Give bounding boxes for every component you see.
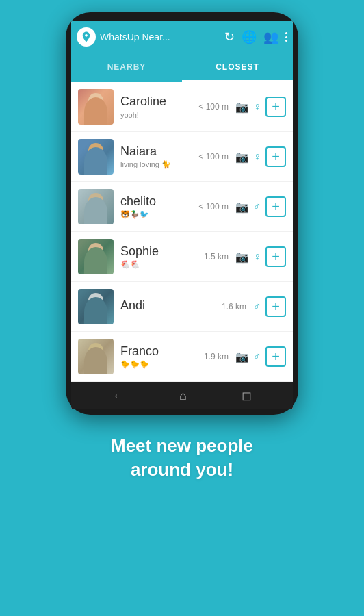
gender-male-icon: ♂ (253, 300, 261, 313)
tabs: NEARBY CLOSEST (71, 53, 293, 82)
user-info: Sophie 🐔🐔 (120, 244, 186, 270)
user-distance: < 100 m (193, 152, 229, 162)
phone-shell: WhatsUp Near... ↻ 🌐 👥 NEARBY CLOSEST (66, 12, 298, 415)
user-distance: 1.5 km (193, 252, 229, 261)
list-item[interactable]: Franco 🐤🐤🐤 1.9 km 📷 ♂ + (71, 332, 293, 382)
add-button[interactable]: + (265, 146, 286, 167)
avatar (78, 189, 114, 224)
list-item[interactable]: Andi 1.6 km ♂ + (71, 282, 293, 332)
user-name: Sophie (120, 244, 186, 259)
user-info: Andi (120, 298, 204, 315)
gender-female-icon: ♀ (253, 101, 261, 113)
add-button[interactable]: + (265, 196, 286, 217)
tab-closest[interactable]: CLOSEST (182, 53, 293, 82)
user-actions: 📷 ♀ + (235, 246, 286, 267)
recents-nav-icon[interactable]: ◻ (242, 388, 252, 403)
user-info: Caroline yooh! (120, 94, 186, 119)
user-status: yooh! (120, 111, 186, 119)
more-options-icon[interactable] (285, 32, 287, 42)
tab-nearby[interactable]: NEARBY (71, 53, 182, 82)
app-bar-icons: ↻ 🌐 👥 (224, 29, 287, 44)
camera-icon: 📷 (235, 201, 249, 214)
user-status: living loving 🐈 (120, 160, 186, 169)
user-actions: 📷 ♀ + (235, 97, 286, 117)
list-item[interactable]: chelito 🐯🦆🐦 < 100 m 📷 ♂ + (71, 182, 293, 232)
add-people-icon[interactable]: 👥 (263, 29, 278, 44)
list-item[interactable]: Caroline yooh! < 100 m 📷 ♀ + (71, 82, 293, 132)
back-nav-icon[interactable]: ← (112, 389, 125, 403)
avatar (78, 289, 114, 324)
list-item[interactable]: Naiara living loving 🐈 < 100 m 📷 ♀ + (71, 132, 293, 182)
user-actions: ♂ + (253, 296, 286, 317)
gender-female-icon: ♀ (253, 151, 261, 163)
avatar (78, 139, 114, 175)
user-actions: 📷 ♂ + (235, 346, 286, 367)
add-button[interactable]: + (265, 246, 286, 267)
user-status: 🐤🐤🐤 (120, 360, 186, 369)
gender-female-icon: ♀ (253, 251, 261, 263)
gender-male-icon: ♂ (253, 201, 261, 213)
add-button[interactable]: + (265, 97, 286, 117)
camera-icon: 📷 (235, 251, 249, 264)
user-list: Caroline yooh! < 100 m 📷 ♀ + Naiara (71, 82, 293, 382)
user-actions: 📷 ♂ + (235, 196, 286, 217)
add-button[interactable]: + (265, 296, 286, 317)
app-bar: WhatsUp Near... ↻ 🌐 👥 (71, 21, 293, 53)
gender-male-icon: ♂ (253, 350, 261, 363)
camera-icon: 📷 (235, 151, 249, 164)
add-button[interactable]: + (265, 346, 286, 367)
user-name: Andi (120, 298, 204, 313)
refresh-icon[interactable]: ↻ (224, 29, 235, 44)
user-name: Caroline (120, 94, 186, 110)
user-info: Franco 🐤🐤🐤 (120, 344, 186, 370)
list-item[interactable]: Sophie 🐔🐔 1.5 km 📷 ♀ + (71, 232, 293, 282)
user-status: 🐔🐔 (120, 260, 186, 269)
user-distance: 1.6 km (211, 302, 246, 311)
user-name: chelito (120, 194, 186, 209)
user-status: 🐯🦆🐦 (120, 210, 186, 219)
user-info: Naiara living loving 🐈 (120, 144, 186, 170)
app-title: WhatsUp Near... (100, 31, 220, 42)
avatar (78, 339, 114, 374)
avatar (78, 239, 114, 274)
user-actions: 📷 ♀ + (235, 146, 286, 167)
app-logo (77, 27, 96, 47)
navigation-bar: ← ⌂ ◻ (71, 382, 293, 409)
user-name: Franco (120, 344, 186, 359)
user-distance: < 100 m (193, 102, 229, 112)
camera-icon: 📷 (235, 101, 249, 114)
globe-icon[interactable]: 🌐 (242, 29, 257, 44)
camera-icon: 📷 (235, 350, 249, 363)
user-info: chelito 🐯🦆🐦 (120, 194, 186, 220)
avatar (78, 89, 114, 125)
phone-screen: WhatsUp Near... ↻ 🌐 👥 NEARBY CLOSEST (71, 21, 293, 409)
promo-text: Meet new peoplearound you! (90, 434, 274, 482)
user-distance: 1.9 km (193, 352, 229, 361)
user-name: Naiara (120, 144, 186, 159)
user-distance: < 100 m (193, 202, 229, 211)
home-nav-icon[interactable]: ⌂ (179, 389, 187, 403)
